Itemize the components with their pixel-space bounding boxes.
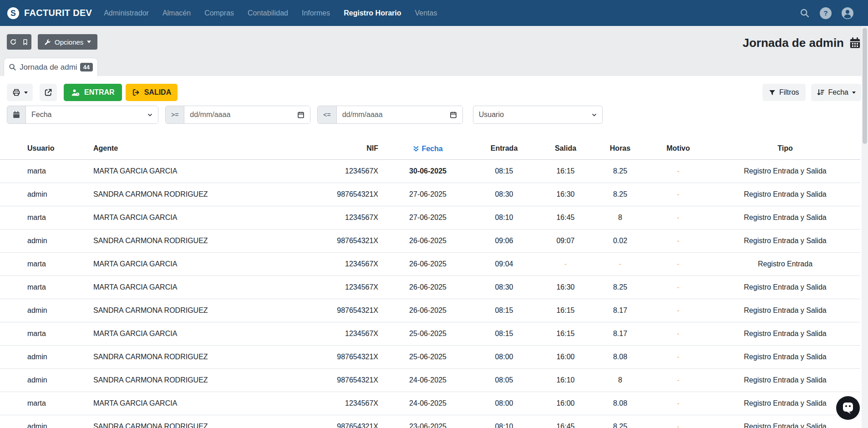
table-row[interactable]: adminSANDRA CARMONA RODRIGUEZ987654321X2… [0,415,860,428]
print-dropdown-button[interactable] [7,84,33,101]
column-header-usuario[interactable]: Usuario [0,138,66,160]
cell-agente: SANDRA CARMONA RODRIGUEZ [66,229,237,253]
table-row[interactable]: adminSANDRA CARMONA RODRIGUEZ987654321X2… [0,369,860,392]
tab-label: Jornada de admi... [20,63,77,72]
nav-item-compras[interactable]: Compras [204,9,234,17]
column-header-fecha[interactable]: Fecha [385,138,471,160]
help-icon[interactable]: ? [820,7,832,19]
page-title: Jornada de admin [743,36,844,50]
table-row[interactable]: martaMARTA GARCIA GARCIA1234567X26-06-20… [0,253,860,276]
opciones-dropdown-button[interactable]: Opciones [38,34,97,50]
column-header-entrada[interactable]: Entrada [471,138,537,160]
cell-motivo: - [646,183,710,206]
table-row[interactable]: adminSANDRA CARMONA RODRIGUEZ987654321X2… [0,299,860,322]
cell-agente: MARTA GARCIA GARCIA [66,276,237,299]
scrollbar-thumb[interactable] [863,28,867,144]
column-label: Salida [555,144,576,152]
column-header-nif[interactable]: NIF [237,138,385,160]
cell-horas: 8 [594,206,646,229]
cell-entrada: 08:00 [471,346,537,369]
cell-agente: SANDRA CARMONA RODRIGUEZ [66,183,237,206]
chevron-down-icon [592,113,597,117]
nav-item-informes[interactable]: Informes [302,9,330,17]
export-external-link-button[interactable] [40,84,57,101]
cell-usuario: admin [0,415,66,428]
user-filter-select[interactable]: Usuario [473,106,603,124]
cell-horas: 8.25 [594,415,646,428]
nav-item-contabilidad[interactable]: Contabilidad [248,9,288,17]
nav-item-almacén[interactable]: Almacén [162,9,191,17]
cell-entrada: 08:10 [471,206,537,229]
column-header-agente[interactable]: Agente [66,138,237,160]
cell-usuario: marta [0,206,66,229]
cell-fecha: 24-06-2025 [385,392,471,415]
chat-widget-button[interactable] [836,396,860,420]
cell-motivo: - [646,392,710,415]
table-row[interactable]: martaMARTA GARCIA GARCIA1234567X25-06-20… [0,322,860,346]
date-picker-icon[interactable] [450,111,457,118]
nav-item-registro-horario[interactable]: Registro Horario [344,9,401,17]
cell-tipo: Registro Entrada y Salida [710,369,860,392]
cell-salida: 16:45 [537,415,594,428]
cell-horas: 8.08 [594,346,646,369]
lte-label: <= [318,106,336,123]
column-header-salida[interactable]: Salida [537,138,594,160]
date-to-input[interactable]: dd/mm/aaaa [337,106,462,123]
column-header-horas[interactable]: Horas [594,138,646,160]
column-label: Motivo [666,144,690,152]
cell-tipo: Registro Entrada y Salida [710,229,860,253]
table-row[interactable]: adminSANDRA CARMONA RODRIGUEZ987654321X2… [0,346,860,369]
cell-nif: 1234567X [237,276,385,299]
column-header-tipo[interactable]: Tipo [710,138,860,160]
user-filter-value: Usuario [479,111,504,119]
date-from-input[interactable]: dd/mm/aaaa [184,106,310,123]
refresh-icon [10,38,17,46]
cell-entrada: 08:30 [471,276,537,299]
user-avatar-icon[interactable] [842,7,853,19]
column-label: Tipo [777,144,792,152]
cell-nif: 987654321X [237,299,385,322]
table-row[interactable]: adminSANDRA CARMONA RODRIGUEZ987654321X2… [0,183,860,206]
cell-horas: - [594,253,646,276]
page-title-wrap: Jornada de admin [743,36,861,50]
date-picker-icon[interactable] [297,111,305,118]
cell-usuario: admin [0,183,66,206]
filter-field-select[interactable]: Fecha [26,106,158,123]
cell-salida: 16:15 [537,322,594,346]
toolbar-button-group [7,34,31,50]
brand[interactable]: S FACTURIT DEV [7,7,92,20]
cell-salida: 16:00 [537,346,594,369]
calendar-icon [7,106,26,123]
column-header-motivo[interactable]: Motivo [646,138,710,160]
nav-item-ventas[interactable]: Ventas [415,9,437,17]
cell-salida: - [537,253,594,276]
table-row[interactable]: martaMARTA GARCIA GARCIA1234567X30-06-20… [0,160,860,183]
date-to-group: <= dd/mm/aaaa [317,106,462,124]
salida-button[interactable]: SALIDA [126,84,178,101]
bookmark-button[interactable] [19,34,31,50]
sort-dropdown-button[interactable]: Fecha [811,84,861,101]
entrar-button[interactable]: ENTRAR [64,84,122,101]
table-row[interactable]: martaMARTA GARCIA GARCIA1234567X27-06-20… [0,206,860,229]
sort-field-label: Fecha [828,88,848,97]
table-row[interactable]: martaMARTA GARCIA GARCIA1234567X26-06-20… [0,276,860,299]
filtros-button[interactable]: Filtros [762,84,806,101]
svg-text:S: S [10,9,16,18]
cell-agente: MARTA GARCIA GARCIA [66,392,237,415]
column-label: Usuario [27,144,55,152]
table-row[interactable]: adminSANDRA CARMONA RODRIGUEZ987654321X2… [0,229,860,253]
sign-out-icon [132,88,140,97]
tab-jornada[interactable]: Jornada de admi... 44 [4,58,98,76]
cell-fecha: 26-06-2025 [385,229,471,253]
search-icon[interactable] [800,8,810,18]
refresh-button[interactable] [7,34,19,50]
filter-field-value: Fecha [31,111,51,119]
cell-motivo: - [646,322,710,346]
vertical-scrollbar[interactable] [862,26,868,428]
nav-item-administrador[interactable]: Administrador [104,9,149,17]
table-row[interactable]: martaMARTA GARCIA GARCIA1234567X24-06-20… [0,392,860,415]
cell-horas: 8.25 [594,183,646,206]
cell-agente: SANDRA CARMONA RODRIGUEZ [66,346,237,369]
caret-down-icon [852,92,856,94]
cell-tipo: Registro Entrada y Salida [710,183,860,206]
